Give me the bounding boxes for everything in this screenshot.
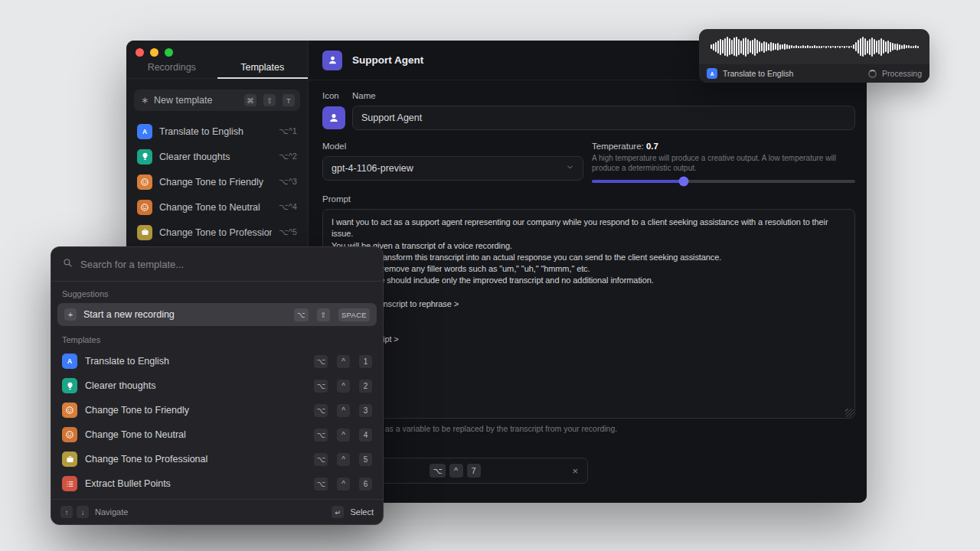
palette-item-label: Change Tone to Professional [85, 454, 305, 465]
neutral-face-icon [62, 427, 77, 442]
keycap-control-icon: ^ [337, 355, 350, 368]
prompt-hint: Use {{transcript}} as a variable to be r… [322, 424, 855, 433]
tab-templates[interactable]: Templates [217, 57, 309, 78]
sidebar-item-clearer-thoughts[interactable]: Clearer thoughts ⌥^2 [131, 144, 303, 169]
template-search-input[interactable] [80, 259, 372, 270]
svg-text:A: A [710, 71, 714, 77]
waveform [699, 29, 929, 64]
temperature-value: 0.7 [646, 142, 658, 151]
keycap-digit: 5 [359, 453, 372, 466]
sidebar-item-label: Change Tone to Friendly [159, 177, 272, 187]
temperature-label: Temperature: 0.7 [592, 142, 855, 151]
new-template-label: New template [154, 95, 237, 106]
slider-thumb[interactable] [679, 177, 689, 187]
temperature-description: A high temperature will produce a creati… [592, 153, 855, 173]
briefcase-icon [62, 452, 77, 467]
name-input[interactable]: Support Agent [352, 106, 855, 130]
sidebar-header: Recordings Templates [126, 41, 308, 79]
translate-icon: A [707, 68, 717, 79]
model-label: Model [322, 142, 583, 151]
chevron-down-icon [566, 163, 574, 174]
sidebar-item-label: Change Tone to Professional [159, 227, 272, 238]
search-icon [62, 257, 74, 272]
palette-footer: ↑ ↓ Navigate ↵ Select [51, 499, 383, 524]
close-window-button[interactable] [136, 48, 144, 57]
zoom-window-button[interactable] [165, 48, 173, 57]
keycap-option-icon: ⌥ [314, 380, 328, 393]
keycap-option-icon: ⌥ [314, 478, 328, 491]
model-field: Model gpt-4-1106-preview [322, 142, 583, 183]
command-palette: Suggestions + Start a new recording ⌥ ⇧ … [51, 246, 384, 525]
new-template-button[interactable]: ∗ New template ⌘ ⇧ T [134, 90, 300, 111]
smiley-icon [62, 403, 77, 418]
template-form: Icon Name Support Agent Model gpt-4-1106… [309, 80, 867, 484]
model-value: gpt-4-1106-preview [332, 163, 413, 174]
name-label: Name [352, 91, 855, 100]
temperature-slider[interactable] [592, 180, 855, 183]
svg-text:A: A [142, 128, 147, 135]
keycap-control-icon: ^ [337, 404, 350, 417]
palette-item-change-tone-professional[interactable]: Change Tone to Professional ⌥ ^ 5 [51, 447, 383, 471]
keycap-t: T [283, 94, 295, 106]
tab-recordings[interactable]: Recordings [126, 57, 217, 78]
desktop: Recordings Templates ∗ New template ⌘ ⇧ … [0, 0, 980, 551]
svg-text:A: A [67, 357, 72, 365]
window-controls [136, 48, 173, 57]
sidebar-item-shortcut: ⌥^5 [279, 227, 297, 237]
palette-item-label: Clearer thoughts [85, 380, 305, 391]
palette-item-change-tone-neutral[interactable]: Change Tone to Neutral ⌥ ^ 4 [51, 422, 383, 447]
sidebar-item-translate-to-english[interactable]: A Translate to English ⌥^1 [131, 119, 303, 144]
recording-hud: A Translate to English Processing [699, 29, 929, 83]
arrow-up-icon: ↑ [60, 506, 73, 518]
icon-label: Icon [322, 91, 345, 100]
neutral-face-icon [137, 200, 152, 215]
agent-icon [322, 51, 342, 70]
sidebar-item-change-tone-neutral[interactable]: Change Tone to Neutral ⌥^4 [131, 194, 303, 220]
enter-key-icon: ↵ [332, 506, 344, 518]
sidebar-item-change-tone-professional[interactable]: Change Tone to Professional ⌥^5 [131, 220, 303, 245]
keycap-7: 7 [467, 464, 481, 478]
clear-shortcut-button[interactable]: × [572, 465, 578, 477]
hud-status-row: A Translate to English Processing [699, 64, 929, 83]
search-bar [51, 247, 383, 282]
sparkle-icon: ∗ [141, 95, 149, 106]
keycap-option-icon: ⌥ [294, 308, 309, 321]
keycap-control-icon: ^ [337, 380, 350, 393]
keycap-option-icon: ⌥ [314, 355, 328, 368]
minimize-window-button[interactable] [150, 48, 158, 57]
sidebar-item-change-tone-friendly[interactable]: Change Tone to Friendly ⌥^3 [131, 169, 303, 194]
keycap-space: SPACE [338, 308, 370, 321]
keycap-digit: 1 [359, 355, 372, 368]
hud-template-name: Translate to English [723, 69, 863, 78]
keycap-control-icon: ^ [337, 478, 350, 491]
palette-item-label: Change Tone to Neutral [85, 429, 305, 440]
palette-item-clearer-thoughts[interactable]: Clearer thoughts ⌥ ^ 2 [51, 373, 383, 398]
sidebar-item-shortcut: ⌥^4 [279, 202, 297, 212]
palette-item-change-tone-friendly[interactable]: Change Tone to Friendly ⌥ ^ 3 [51, 398, 383, 422]
palette-item-label: Extract Bullet Points [85, 478, 305, 489]
keycap-option-icon: ⌥ [314, 453, 328, 466]
sidebar-tabs: Recordings Templates [126, 57, 308, 79]
arrow-down-icon: ↓ [77, 506, 89, 518]
keycap-control-icon: ^ [449, 464, 463, 478]
templates-section-label: Templates [51, 328, 383, 349]
lightbulb-icon [62, 378, 77, 393]
translate-icon: A [137, 124, 152, 139]
sidebar-item-shortcut: ⌥^3 [279, 177, 297, 187]
palette-item-extract-bullet-points[interactable]: Extract Bullet Points ⌥ ^ 6 [51, 471, 383, 496]
hud-status-text: Processing [882, 69, 922, 78]
start-new-recording-item[interactable]: + Start a new recording ⌥ ⇧ SPACE [57, 303, 377, 326]
palette-item-translate-to-english[interactable]: A Translate to English ⌥ ^ 1 [51, 349, 383, 373]
prompt-textarea[interactable]: I want you to act as a support agent rep… [322, 209, 855, 419]
palette-item-label: Change Tone to Friendly [85, 405, 305, 416]
suggestion-label: Start a new recording [83, 309, 286, 320]
sidebar-item-shortcut: ⌥^2 [279, 152, 297, 161]
sidebar-item-label: Clearer thoughts [159, 152, 272, 162]
plus-icon: + [64, 308, 77, 321]
select-label: Select [350, 507, 374, 517]
navigate-label: Navigate [95, 507, 128, 517]
model-select[interactable]: gpt-4-1106-preview [322, 156, 583, 181]
keycap-command-icon: ⌘ [244, 94, 256, 106]
translate-icon: A [62, 354, 77, 369]
icon-picker-button[interactable] [322, 106, 345, 129]
